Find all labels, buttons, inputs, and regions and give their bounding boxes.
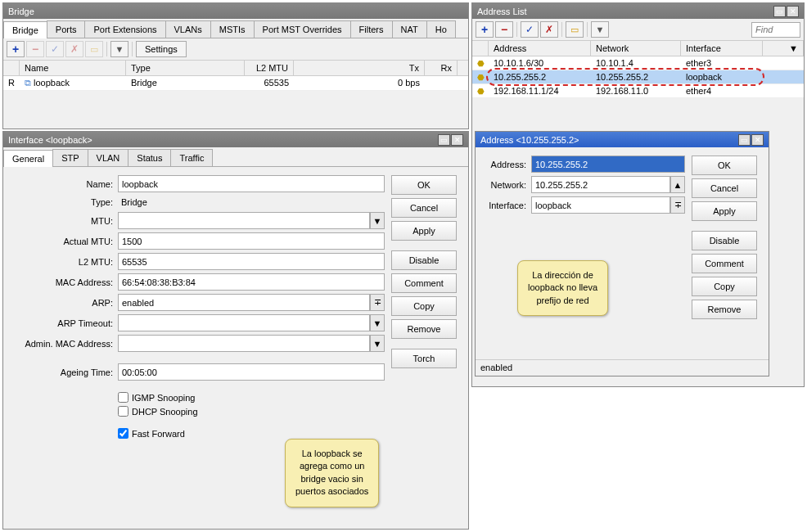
cell-network: 10.10.1.4: [591, 56, 681, 70]
arp-label: ARP:: [11, 298, 118, 308]
ageing-input[interactable]: [118, 363, 385, 381]
apply-button[interactable]: Apply: [692, 201, 757, 221]
col-rx[interactable]: Rx: [425, 61, 458, 75]
ageing-label: Ageing Time:: [11, 367, 118, 377]
comment-button[interactable]: Comment: [391, 273, 457, 293]
filter-button[interactable]: ▼: [110, 41, 128, 57]
copy-button[interactable]: Copy: [692, 277, 757, 296]
mtu-expand[interactable]: ▼: [370, 212, 385, 229]
col-type[interactable]: Type: [126, 61, 245, 75]
col-interface[interactable]: Interface: [681, 41, 763, 56]
remove-button[interactable]: −: [495, 21, 513, 38]
network-label: Network:: [484, 180, 531, 190]
tab-port-mst[interactable]: Port MST Overrides: [254, 20, 351, 38]
enable-button[interactable]: ✓: [521, 21, 539, 38]
remove-button[interactable]: Remove: [391, 319, 457, 339]
plus-icon: +: [481, 23, 488, 36]
tab-vlans[interactable]: VLANs: [165, 20, 211, 38]
remove-button[interactable]: Remove: [692, 300, 757, 319]
tab-ports[interactable]: Ports: [47, 20, 86, 38]
add-button[interactable]: +: [476, 21, 494, 38]
disable-button[interactable]: Disable: [391, 250, 457, 270]
cell-interface: loopback: [681, 70, 763, 83]
tab-vlan[interactable]: VLAN: [88, 149, 129, 166]
cell-address: 192.168.11.1/24: [489, 84, 591, 97]
close-button[interactable]: ✕: [451, 134, 463, 146]
tab-traffic[interactable]: Traffic: [170, 149, 213, 166]
mac-input[interactable]: [118, 273, 385, 291]
filter-button[interactable]: ▼: [591, 21, 609, 38]
columns-menu-icon[interactable]: ▼: [789, 43, 798, 53]
arp-timeout-expand[interactable]: ▼: [370, 314, 385, 331]
torch-button[interactable]: Torch: [391, 349, 457, 368]
mtu-label: MTU:: [11, 216, 118, 226]
addr-row-0[interactable]: ⬣ 10.10.1.6/30 10.10.1.4 ether3: [472, 56, 804, 70]
minimize-button[interactable]: ▭: [438, 134, 450, 146]
note-icon: ▭: [570, 25, 579, 35]
interface-select[interactable]: [531, 196, 670, 214]
igmp-checkbox[interactable]: [118, 392, 128, 403]
callout-loopback-bridge: La loopback se agrega como un bridge vac…: [285, 439, 379, 507]
interface-label: Interface:: [484, 201, 531, 210]
add-button[interactable]: +: [7, 41, 25, 57]
tab-hosts[interactable]: Ho: [426, 20, 456, 38]
tab-stp[interactable]: STP: [52, 149, 88, 166]
ok-button[interactable]: OK: [692, 156, 757, 175]
col-name[interactable]: Name: [20, 61, 126, 75]
tab-bridge[interactable]: Bridge: [3, 21, 47, 38]
col-network[interactable]: Network: [591, 41, 681, 56]
comment-button[interactable]: ▭: [566, 21, 584, 38]
admin-mac-expand[interactable]: ▼: [370, 335, 385, 352]
col-address[interactable]: Address: [489, 41, 591, 56]
enable-button[interactable]: ✓: [46, 41, 64, 57]
network-input[interactable]: [531, 176, 670, 193]
tab-status[interactable]: Status: [128, 149, 171, 166]
addr-row-1[interactable]: ⬣ 10.255.255.2 10.255.255.2 loopback: [472, 70, 804, 84]
actual-mtu-input[interactable]: [118, 232, 385, 250]
tab-mstis[interactable]: MSTIs: [210, 20, 255, 38]
minimize-button[interactable]: ▭: [738, 134, 751, 146]
address-input[interactable]: [531, 156, 685, 173]
cancel-button[interactable]: Cancel: [391, 198, 457, 218]
name-input[interactable]: [118, 175, 385, 192]
ff-checkbox[interactable]: [118, 428, 128, 439]
dhcp-checkbox[interactable]: [118, 406, 128, 417]
disable-button[interactable]: ✗: [65, 41, 83, 57]
remove-button[interactable]: −: [26, 41, 44, 57]
minimize-button[interactable]: ▭: [773, 6, 786, 17]
apply-button[interactable]: Apply: [391, 221, 457, 241]
tab-general[interactable]: General: [3, 150, 53, 167]
settings-button[interactable]: Settings: [136, 41, 187, 57]
arp-timeout-input[interactable]: [118, 314, 370, 331]
l2mtu-input[interactable]: [118, 253, 385, 270]
col-tx[interactable]: Tx: [294, 61, 425, 75]
cancel-button[interactable]: Cancel: [692, 178, 757, 198]
plus-icon: +: [12, 43, 19, 56]
mtu-input[interactable]: [118, 212, 370, 229]
comment-button[interactable]: Comment: [692, 254, 757, 273]
arp-dropdown[interactable]: ∓: [370, 294, 385, 311]
disable-button[interactable]: Disable: [692, 231, 757, 250]
bridge-tabs: Bridge Ports Port Extensions VLANs MSTIs…: [3, 19, 468, 38]
col-flag[interactable]: [472, 41, 489, 56]
interface-dropdown[interactable]: ∓: [670, 196, 685, 214]
close-button[interactable]: ✕: [751, 134, 764, 146]
bridge-row-loopback[interactable]: R ⧉ loopback Bridge 65535 0 bps: [3, 76, 468, 91]
admin-mac-input[interactable]: [118, 335, 370, 352]
addr-row-2[interactable]: ⬣ 192.168.11.1/24 192.168.11.0 ether4: [472, 84, 804, 98]
ok-button[interactable]: OK: [391, 175, 457, 195]
disable-button[interactable]: ✗: [540, 21, 558, 38]
cell-network: 10.255.255.2: [591, 70, 681, 83]
arp-select[interactable]: [118, 294, 370, 311]
address-label: Address:: [484, 160, 531, 169]
tab-port-ext[interactable]: Port Extensions: [84, 20, 165, 38]
col-flag[interactable]: [3, 61, 20, 75]
col-l2mtu[interactable]: L2 MTU: [245, 61, 294, 75]
find-input[interactable]: [751, 22, 800, 38]
close-button[interactable]: ✕: [787, 6, 799, 17]
tab-nat[interactable]: NAT: [392, 20, 427, 38]
network-expand[interactable]: ▲: [670, 176, 685, 193]
comment-button[interactable]: ▭: [85, 41, 103, 57]
tab-filters[interactable]: Filters: [350, 20, 393, 38]
copy-button[interactable]: Copy: [391, 296, 457, 316]
